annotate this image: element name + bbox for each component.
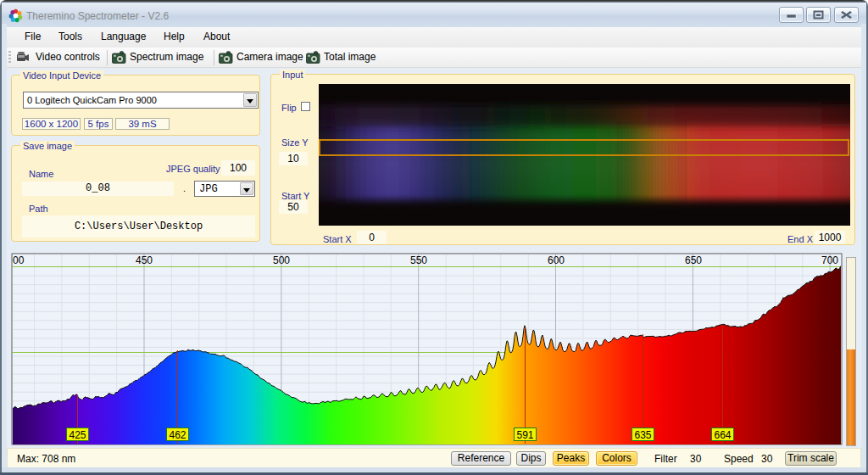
svg-text:00: 00 xyxy=(13,254,25,266)
svg-text:550: 550 xyxy=(410,254,427,266)
svg-text:650: 650 xyxy=(685,254,702,266)
svg-text:462: 462 xyxy=(169,429,186,441)
svg-text:664: 664 xyxy=(714,429,731,441)
svg-text:700: 700 xyxy=(821,254,838,266)
svg-text:425: 425 xyxy=(69,429,86,441)
svg-text:600: 600 xyxy=(548,254,565,266)
svg-text:500: 500 xyxy=(273,254,290,266)
svg-text:635: 635 xyxy=(634,429,651,441)
svg-text:591: 591 xyxy=(516,429,533,441)
svg-text:450: 450 xyxy=(136,254,153,266)
